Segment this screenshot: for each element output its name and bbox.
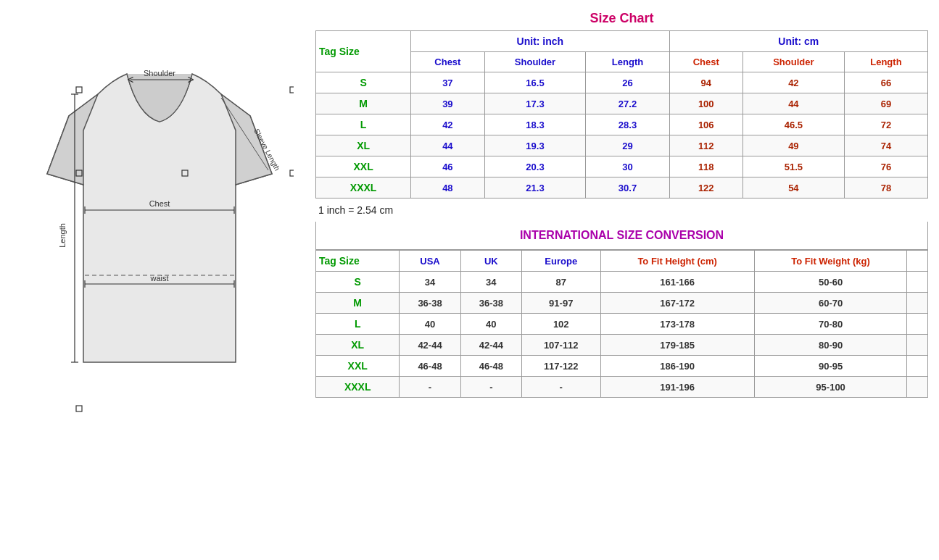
conversion-title: INTERNATIONAL SIZE CONVERSION — [315, 222, 928, 250]
table-row: S 34 34 87 161-166 50-60 — [316, 272, 928, 293]
conv-height-cell: 173-178 — [600, 314, 754, 335]
tag-size-cell: L — [316, 114, 411, 135]
conv-usa-cell: - — [400, 377, 460, 398]
chest-cm-cell: 94 — [669, 72, 742, 93]
shoulder-inch-header: Shoulder — [484, 52, 586, 72]
conv-usa-cell: 40 — [400, 314, 460, 335]
conv-empty-cell — [907, 314, 928, 335]
shoulder-cm-cell: 42 — [742, 72, 844, 93]
conv-height-cell: 161-166 — [600, 272, 754, 293]
conv-europe-cell: 87 — [521, 272, 600, 293]
svg-text:waist: waist — [149, 274, 168, 283]
table-row: M 36-38 36-38 91-97 167-172 60-70 — [316, 293, 928, 314]
conv-height-cell: 191-196 — [600, 377, 754, 398]
unit-inch-header: Unit: inch — [411, 31, 669, 52]
chest-inch-cell: 37 — [411, 72, 484, 93]
tag-size-cell: S — [316, 72, 411, 93]
chest-inch-header: Chest — [411, 52, 484, 72]
length-inch-cell: 27.2 — [586, 93, 669, 114]
shoulder-cm-cell: 54 — [742, 177, 844, 198]
chest-cm-cell: 112 — [669, 135, 742, 156]
conv-tag-cell: M — [316, 293, 400, 314]
tshirt-diagram-panel: Shoulder Sleeve Length Chest waist Lengt… — [7, 7, 312, 427]
conv-empty-header — [907, 251, 928, 272]
conv-empty-cell — [907, 356, 928, 377]
tshirt-svg: Shoulder Sleeve Length Chest waist Lengt… — [25, 14, 294, 420]
length-inch-cell: 30 — [586, 156, 669, 177]
conv-tag-cell: S — [316, 272, 400, 293]
conv-usa-cell: 36-38 — [400, 293, 460, 314]
shoulder-inch-cell: 16.5 — [484, 72, 586, 93]
tshirt-diagram: Shoulder Sleeve Length Chest waist Lengt… — [15, 14, 305, 420]
chest-inch-cell: 39 — [411, 93, 484, 114]
table-row: XL 44 19.3 29 112 49 74 — [316, 135, 928, 156]
shoulder-cm-cell: 49 — [742, 135, 844, 156]
shoulder-cm-cell: 51.5 — [742, 156, 844, 177]
conv-uk-cell: 42-44 — [460, 335, 521, 356]
table-row: XL 42-44 42-44 107-112 179-185 80-90 — [316, 335, 928, 356]
conv-empty-cell — [907, 272, 928, 293]
chest-inch-cell: 48 — [411, 177, 484, 198]
table-row: XXXL 48 21.3 30.7 122 54 78 — [316, 177, 928, 198]
tag-size-cell: XXXL — [316, 177, 411, 198]
chest-cm-cell: 122 — [669, 177, 742, 198]
conv-europe-cell: 91-97 — [521, 293, 600, 314]
table-row: M 39 17.3 27.2 100 44 69 — [316, 93, 928, 114]
conv-tag-cell: L — [316, 314, 400, 335]
conv-height-cell: 179-185 — [600, 335, 754, 356]
conv-usa-header: USA — [400, 251, 460, 272]
table-row: L 40 40 102 173-178 70-80 — [316, 314, 928, 335]
conv-uk-cell: 36-38 — [460, 293, 521, 314]
svg-rect-20 — [290, 170, 294, 176]
length-cm-header: Length — [844, 52, 927, 72]
shoulder-inch-cell: 21.3 — [484, 177, 586, 198]
length-inch-cell: 30.7 — [586, 177, 669, 198]
conv-tag-cell: XXXL — [316, 377, 400, 398]
conv-uk-header: UK — [460, 251, 521, 272]
unit-cm-header: Unit: cm — [669, 31, 927, 52]
conv-usa-cell: 42-44 — [400, 335, 460, 356]
svg-text:Shoulder: Shoulder — [144, 69, 175, 78]
shoulder-cm-cell: 44 — [742, 93, 844, 114]
conv-weight-cell: 60-70 — [754, 293, 907, 314]
tag-size-header: Tag Size — [316, 31, 411, 72]
conv-usa-cell: 34 — [400, 272, 460, 293]
chest-inch-cell: 44 — [411, 135, 484, 156]
conv-uk-cell: - — [460, 377, 521, 398]
conv-height-cell: 186-190 — [600, 356, 754, 377]
conv-empty-cell — [907, 377, 928, 398]
shoulder-inch-cell: 20.3 — [484, 156, 586, 177]
svg-rect-22 — [290, 87, 294, 93]
conv-uk-cell: 34 — [460, 272, 521, 293]
chest-cm-header: Chest — [669, 52, 742, 72]
conv-tag-cell: XL — [316, 335, 400, 356]
table-row: XXL 46 20.3 30 118 51.5 76 — [316, 156, 928, 177]
tag-size-cell: XXL — [316, 156, 411, 177]
table-row: XXXL - - - 191-196 95-100 — [316, 377, 928, 398]
inch-note: 1 inch = 2.54 cm — [315, 198, 928, 222]
chest-cm-cell: 106 — [669, 114, 742, 135]
conv-weight-cell: 95-100 — [754, 377, 907, 398]
shoulder-cm-header: Shoulder — [742, 52, 844, 72]
length-cm-cell: 74 — [844, 135, 927, 156]
conv-weight-cell: 80-90 — [754, 335, 907, 356]
tag-size-cell: M — [316, 93, 411, 114]
length-inch-cell: 29 — [586, 135, 669, 156]
conv-uk-cell: 46-48 — [460, 356, 521, 377]
length-inch-header: Length — [586, 52, 669, 72]
conv-weight-cell: 50-60 — [754, 272, 907, 293]
size-chart-table: Tag Size Unit: inch Unit: cm Chest Shoul… — [315, 30, 928, 198]
conv-europe-cell: 107-112 — [521, 335, 600, 356]
conv-uk-cell: 40 — [460, 314, 521, 335]
length-cm-cell: 69 — [844, 93, 927, 114]
chest-cm-cell: 118 — [669, 156, 742, 177]
length-inch-cell: 28.3 — [586, 114, 669, 135]
length-cm-cell: 78 — [844, 177, 927, 198]
conversion-table: Tag Size USA UK Europe To Fit Height (cm… — [315, 250, 928, 398]
length-cm-cell: 72 — [844, 114, 927, 135]
length-inch-cell: 26 — [586, 72, 669, 93]
size-chart-title: Size Chart — [315, 11, 928, 26]
shoulder-inch-cell: 19.3 — [484, 135, 586, 156]
conv-europe-cell: 117-122 — [521, 356, 600, 377]
shoulder-inch-cell: 18.3 — [484, 114, 586, 135]
